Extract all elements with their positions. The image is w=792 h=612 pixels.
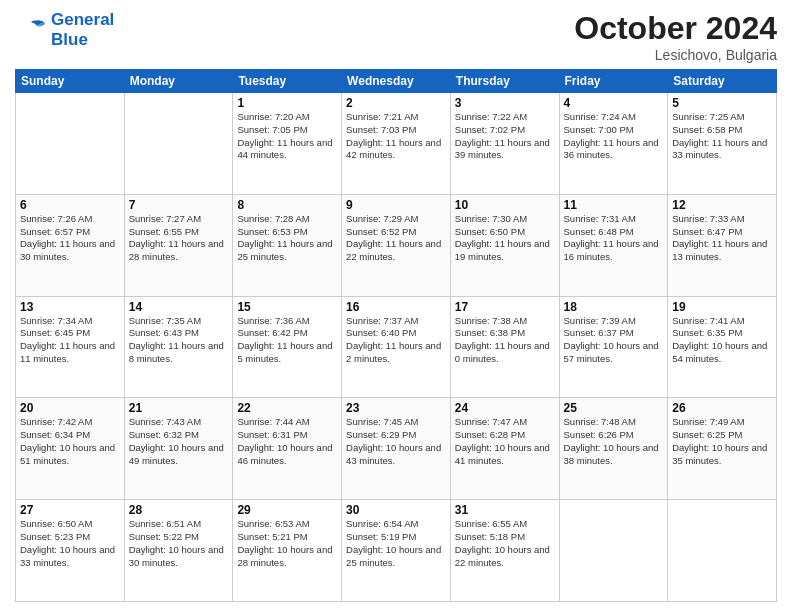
day-detail: Sunrise: 7:45 AMSunset: 6:29 PMDaylight:… bbox=[346, 416, 446, 467]
day-detail: Sunrise: 7:41 AMSunset: 6:35 PMDaylight:… bbox=[672, 315, 772, 366]
calendar-cell: 29Sunrise: 6:53 AMSunset: 5:21 PMDayligh… bbox=[233, 500, 342, 602]
day-number: 19 bbox=[672, 300, 772, 314]
weekday-header-wednesday: Wednesday bbox=[342, 70, 451, 93]
day-detail: Sunrise: 7:27 AMSunset: 6:55 PMDaylight:… bbox=[129, 213, 229, 264]
day-detail: Sunrise: 7:25 AMSunset: 6:58 PMDaylight:… bbox=[672, 111, 772, 162]
day-detail: Sunrise: 7:30 AMSunset: 6:50 PMDaylight:… bbox=[455, 213, 555, 264]
week-row-2: 13Sunrise: 7:34 AMSunset: 6:45 PMDayligh… bbox=[16, 296, 777, 398]
day-number: 1 bbox=[237, 96, 337, 110]
day-detail: Sunrise: 7:34 AMSunset: 6:45 PMDaylight:… bbox=[20, 315, 120, 366]
day-number: 18 bbox=[564, 300, 664, 314]
calendar-cell: 12Sunrise: 7:33 AMSunset: 6:47 PMDayligh… bbox=[668, 194, 777, 296]
header: General Blue October 2024 Lesichovo, Bul… bbox=[15, 10, 777, 63]
calendar-cell: 9Sunrise: 7:29 AMSunset: 6:52 PMDaylight… bbox=[342, 194, 451, 296]
day-number: 9 bbox=[346, 198, 446, 212]
calendar-cell: 23Sunrise: 7:45 AMSunset: 6:29 PMDayligh… bbox=[342, 398, 451, 500]
day-number: 11 bbox=[564, 198, 664, 212]
calendar-cell: 13Sunrise: 7:34 AMSunset: 6:45 PMDayligh… bbox=[16, 296, 125, 398]
day-detail: Sunrise: 7:21 AMSunset: 7:03 PMDaylight:… bbox=[346, 111, 446, 162]
week-row-3: 20Sunrise: 7:42 AMSunset: 6:34 PMDayligh… bbox=[16, 398, 777, 500]
day-number: 27 bbox=[20, 503, 120, 517]
day-detail: Sunrise: 7:49 AMSunset: 6:25 PMDaylight:… bbox=[672, 416, 772, 467]
calendar-cell: 8Sunrise: 7:28 AMSunset: 6:53 PMDaylight… bbox=[233, 194, 342, 296]
logo-bird-icon bbox=[15, 18, 47, 42]
week-row-4: 27Sunrise: 6:50 AMSunset: 5:23 PMDayligh… bbox=[16, 500, 777, 602]
day-number: 14 bbox=[129, 300, 229, 314]
month-title: October 2024 bbox=[574, 10, 777, 47]
day-detail: Sunrise: 7:43 AMSunset: 6:32 PMDaylight:… bbox=[129, 416, 229, 467]
week-row-1: 6Sunrise: 7:26 AMSunset: 6:57 PMDaylight… bbox=[16, 194, 777, 296]
day-number: 10 bbox=[455, 198, 555, 212]
day-number: 5 bbox=[672, 96, 772, 110]
calendar-cell bbox=[559, 500, 668, 602]
calendar-cell: 27Sunrise: 6:50 AMSunset: 5:23 PMDayligh… bbox=[16, 500, 125, 602]
day-number: 20 bbox=[20, 401, 120, 415]
calendar-cell: 11Sunrise: 7:31 AMSunset: 6:48 PMDayligh… bbox=[559, 194, 668, 296]
day-number: 6 bbox=[20, 198, 120, 212]
day-detail: Sunrise: 7:29 AMSunset: 6:52 PMDaylight:… bbox=[346, 213, 446, 264]
day-detail: Sunrise: 7:42 AMSunset: 6:34 PMDaylight:… bbox=[20, 416, 120, 467]
calendar-cell: 6Sunrise: 7:26 AMSunset: 6:57 PMDaylight… bbox=[16, 194, 125, 296]
calendar-cell: 16Sunrise: 7:37 AMSunset: 6:40 PMDayligh… bbox=[342, 296, 451, 398]
day-number: 4 bbox=[564, 96, 664, 110]
day-detail: Sunrise: 6:55 AMSunset: 5:18 PMDaylight:… bbox=[455, 518, 555, 569]
day-number: 30 bbox=[346, 503, 446, 517]
day-detail: Sunrise: 7:35 AMSunset: 6:43 PMDaylight:… bbox=[129, 315, 229, 366]
weekday-header-tuesday: Tuesday bbox=[233, 70, 342, 93]
day-detail: Sunrise: 6:51 AMSunset: 5:22 PMDaylight:… bbox=[129, 518, 229, 569]
logo-line1: General bbox=[51, 10, 114, 30]
calendar-cell: 7Sunrise: 7:27 AMSunset: 6:55 PMDaylight… bbox=[124, 194, 233, 296]
day-detail: Sunrise: 7:26 AMSunset: 6:57 PMDaylight:… bbox=[20, 213, 120, 264]
calendar-cell bbox=[668, 500, 777, 602]
day-detail: Sunrise: 7:22 AMSunset: 7:02 PMDaylight:… bbox=[455, 111, 555, 162]
day-detail: Sunrise: 6:53 AMSunset: 5:21 PMDaylight:… bbox=[237, 518, 337, 569]
day-detail: Sunrise: 6:54 AMSunset: 5:19 PMDaylight:… bbox=[346, 518, 446, 569]
day-number: 21 bbox=[129, 401, 229, 415]
day-number: 25 bbox=[564, 401, 664, 415]
day-number: 28 bbox=[129, 503, 229, 517]
day-detail: Sunrise: 7:38 AMSunset: 6:38 PMDaylight:… bbox=[455, 315, 555, 366]
day-number: 12 bbox=[672, 198, 772, 212]
day-detail: Sunrise: 7:39 AMSunset: 6:37 PMDaylight:… bbox=[564, 315, 664, 366]
day-detail: Sunrise: 7:33 AMSunset: 6:47 PMDaylight:… bbox=[672, 213, 772, 264]
day-number: 16 bbox=[346, 300, 446, 314]
calendar-cell: 4Sunrise: 7:24 AMSunset: 7:00 PMDaylight… bbox=[559, 93, 668, 195]
calendar-cell: 24Sunrise: 7:47 AMSunset: 6:28 PMDayligh… bbox=[450, 398, 559, 500]
day-number: 17 bbox=[455, 300, 555, 314]
weekday-header-sunday: Sunday bbox=[16, 70, 125, 93]
day-detail: Sunrise: 6:50 AMSunset: 5:23 PMDaylight:… bbox=[20, 518, 120, 569]
calendar-cell: 14Sunrise: 7:35 AMSunset: 6:43 PMDayligh… bbox=[124, 296, 233, 398]
day-number: 22 bbox=[237, 401, 337, 415]
day-detail: Sunrise: 7:44 AMSunset: 6:31 PMDaylight:… bbox=[237, 416, 337, 467]
calendar-cell: 19Sunrise: 7:41 AMSunset: 6:35 PMDayligh… bbox=[668, 296, 777, 398]
calendar-cell: 15Sunrise: 7:36 AMSunset: 6:42 PMDayligh… bbox=[233, 296, 342, 398]
day-number: 2 bbox=[346, 96, 446, 110]
weekday-header-monday: Monday bbox=[124, 70, 233, 93]
calendar: SundayMondayTuesdayWednesdayThursdayFrid… bbox=[15, 69, 777, 602]
calendar-cell bbox=[16, 93, 125, 195]
day-number: 26 bbox=[672, 401, 772, 415]
calendar-cell: 26Sunrise: 7:49 AMSunset: 6:25 PMDayligh… bbox=[668, 398, 777, 500]
calendar-cell: 10Sunrise: 7:30 AMSunset: 6:50 PMDayligh… bbox=[450, 194, 559, 296]
day-detail: Sunrise: 7:20 AMSunset: 7:05 PMDaylight:… bbox=[237, 111, 337, 162]
day-detail: Sunrise: 7:36 AMSunset: 6:42 PMDaylight:… bbox=[237, 315, 337, 366]
title-block: October 2024 Lesichovo, Bulgaria bbox=[574, 10, 777, 63]
weekday-header-friday: Friday bbox=[559, 70, 668, 93]
day-detail: Sunrise: 7:48 AMSunset: 6:26 PMDaylight:… bbox=[564, 416, 664, 467]
day-number: 8 bbox=[237, 198, 337, 212]
day-detail: Sunrise: 7:31 AMSunset: 6:48 PMDaylight:… bbox=[564, 213, 664, 264]
calendar-cell: 18Sunrise: 7:39 AMSunset: 6:37 PMDayligh… bbox=[559, 296, 668, 398]
location: Lesichovo, Bulgaria bbox=[574, 47, 777, 63]
day-number: 24 bbox=[455, 401, 555, 415]
weekday-header-row: SundayMondayTuesdayWednesdayThursdayFrid… bbox=[16, 70, 777, 93]
calendar-cell: 30Sunrise: 6:54 AMSunset: 5:19 PMDayligh… bbox=[342, 500, 451, 602]
week-row-0: 1Sunrise: 7:20 AMSunset: 7:05 PMDaylight… bbox=[16, 93, 777, 195]
calendar-cell: 21Sunrise: 7:43 AMSunset: 6:32 PMDayligh… bbox=[124, 398, 233, 500]
day-detail: Sunrise: 7:47 AMSunset: 6:28 PMDaylight:… bbox=[455, 416, 555, 467]
logo-line2: Blue bbox=[51, 30, 114, 50]
calendar-cell: 17Sunrise: 7:38 AMSunset: 6:38 PMDayligh… bbox=[450, 296, 559, 398]
day-detail: Sunrise: 7:37 AMSunset: 6:40 PMDaylight:… bbox=[346, 315, 446, 366]
calendar-cell: 2Sunrise: 7:21 AMSunset: 7:03 PMDaylight… bbox=[342, 93, 451, 195]
day-number: 31 bbox=[455, 503, 555, 517]
calendar-cell: 5Sunrise: 7:25 AMSunset: 6:58 PMDaylight… bbox=[668, 93, 777, 195]
